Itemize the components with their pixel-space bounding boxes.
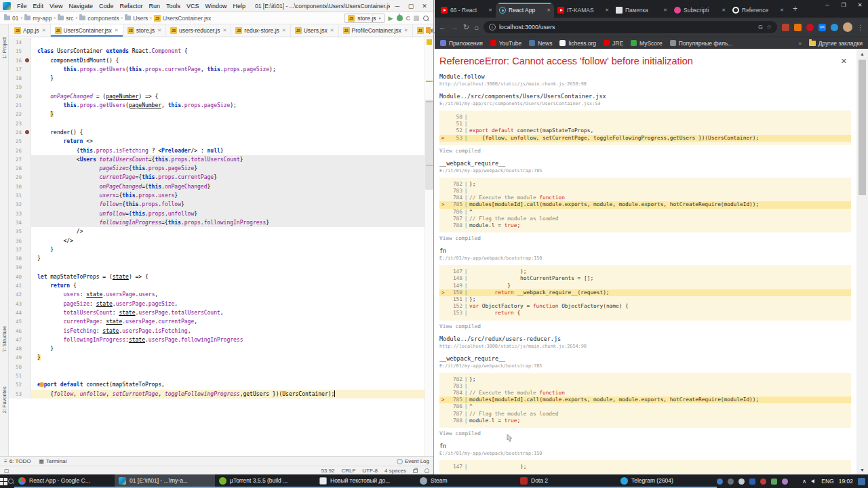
browser-tab-youtube[interactable]: 66 - React✕ xyxy=(437,3,496,18)
extension-icon[interactable] xyxy=(794,24,802,31)
close-tab-icon[interactable]: ✕ xyxy=(605,7,609,13)
back-icon[interactable]: ← xyxy=(439,23,446,31)
editor-tab-redux-store-js[interactable]: JSredux-store.js✕ xyxy=(231,24,290,37)
taskbar-item-chrome[interactable]: React App - Google C... xyxy=(14,474,115,488)
extension-icon[interactable] xyxy=(782,24,789,31)
tray-icon[interactable] xyxy=(728,479,734,485)
close-tab-icon[interactable]: ✕ xyxy=(722,7,726,13)
tray-chevron[interactable]: ∧ xyxy=(802,478,806,485)
bookmark-item[interactable]: YouTube xyxy=(490,40,521,47)
caret-position[interactable]: 53:92 xyxy=(321,468,334,474)
address-bar[interactable]: i localhost:3000/users G ☆ xyxy=(484,21,777,33)
close-tab-icon[interactable]: ✕ xyxy=(282,28,286,33)
menu-view[interactable]: View xyxy=(47,2,65,10)
editor-tab-profilecontainer-jsx[interactable]: JSProfileContainer.jsx✕ xyxy=(339,24,413,37)
run-config-select[interactable]: JS store.js ▾ xyxy=(344,14,384,23)
editor-tab-users-jsx[interactable]: JSUsers.jsx✕ xyxy=(291,24,339,37)
menu-window[interactable]: Window xyxy=(203,2,230,10)
volume-icon[interactable] xyxy=(811,479,814,483)
page-scrollbar[interactable]: ▲ ▼ xyxy=(856,49,868,474)
clock[interactable]: 19:02 xyxy=(839,478,853,485)
override-method-icon[interactable] xyxy=(25,130,29,134)
close-tab-icon[interactable]: ✕ xyxy=(222,28,226,33)
override-method-icon[interactable] xyxy=(25,58,29,62)
browser-tab-github[interactable]: Reference✕ xyxy=(729,3,787,18)
breadcrumb-item[interactable]: 01 xyxy=(4,15,18,22)
breadcrumb-item[interactable]: src xyxy=(58,15,73,22)
editor-scrollbar-thumb[interactable] xyxy=(425,100,433,190)
bookmark-item[interactable]: News xyxy=(529,40,552,47)
menu-code[interactable]: Code xyxy=(96,2,117,10)
start-button[interactable] xyxy=(0,474,7,488)
menu-vcs[interactable]: VCS xyxy=(184,2,202,10)
translate-icon[interactable]: G xyxy=(758,24,763,30)
editor-tab-app-js[interactable]: JSApp.js✕ xyxy=(10,24,51,37)
bookmark-item[interactable]: MyScore xyxy=(631,40,663,47)
taskbar-item-telegram[interactable]: Telegram (2604) xyxy=(616,474,717,488)
bookmark-item[interactable]: lichess.org xyxy=(559,40,596,47)
menu-refactor[interactable]: Refactor xyxy=(117,2,145,10)
extension-icon[interactable] xyxy=(806,24,814,31)
window-layout-icon[interactable]: ▢ xyxy=(4,468,9,474)
taskbar-item-notepad[interactable]: Новый текстовый до... xyxy=(315,474,416,488)
file-encoding[interactable]: UTF-8 xyxy=(362,468,378,474)
forward-icon[interactable]: → xyxy=(451,23,458,31)
browser-tab-youtube[interactable]: IT-KAMAS✕ xyxy=(554,3,612,18)
editor-tab-users-reducer-js[interactable]: JSusers-reducer.js✕ xyxy=(166,24,231,37)
browser-menu-icon[interactable]: ⋮ xyxy=(857,24,864,31)
ide-minimize-icon[interactable]: ─ xyxy=(391,3,403,9)
close-tab-icon[interactable]: ✕ xyxy=(42,28,46,33)
scroll-down-icon[interactable]: ▼ xyxy=(860,465,865,474)
editor-error-stripe[interactable] xyxy=(425,37,433,456)
code-editor[interactable]: 1415class UsersContainer extends React.C… xyxy=(9,37,433,456)
bookmarks-overflow-icon[interactable]: » xyxy=(798,40,802,47)
menu-file[interactable]: File xyxy=(14,2,30,10)
bookmark-star-icon[interactable]: ☆ xyxy=(766,24,772,30)
coverage-icon[interactable]: C xyxy=(406,15,411,22)
taskbar-search-button[interactable] xyxy=(7,474,14,488)
overlay-close-icon[interactable]: ✕ xyxy=(837,56,851,67)
notification-center-icon[interactable] xyxy=(858,478,865,485)
close-tab-icon[interactable]: ✕ xyxy=(157,28,161,33)
address-url[interactable]: localhost:3000/users xyxy=(499,24,755,30)
home-icon[interactable]: ⌂ xyxy=(474,23,479,31)
view-compiled-link[interactable]: View compiled xyxy=(439,430,851,436)
ide-maximize-icon[interactable]: ▢ xyxy=(405,3,417,9)
taskbar-item-steam[interactable]: Steam xyxy=(416,474,516,488)
close-tab-icon[interactable]: ✕ xyxy=(115,28,119,33)
todo-tool-button[interactable]: ≡ 6: TODO xyxy=(4,458,31,464)
editor-tab-store-js[interactable]: JSstore.js✕ xyxy=(123,24,166,37)
menu-run[interactable]: Run xyxy=(146,2,163,10)
event-log-button[interactable]: ◯ Event Log xyxy=(397,458,429,464)
close-tab-icon[interactable]: ✕ xyxy=(330,28,334,33)
menu-tools[interactable]: Tools xyxy=(163,2,183,10)
bookmark-item[interactable]: Приложения xyxy=(440,40,483,47)
scroll-up-icon[interactable]: ▲ xyxy=(860,49,865,58)
bookmark-item[interactable]: JRE xyxy=(604,40,623,47)
breadcrumb-item[interactable]: Users xyxy=(125,15,148,22)
new-tab-button[interactable]: + xyxy=(787,4,803,14)
tool-window-structure[interactable]: 7: Structure xyxy=(1,320,7,352)
tool-window-favorites[interactable]: 2: Favorites xyxy=(1,381,7,413)
browser-minimize-icon[interactable]: ─ xyxy=(819,0,835,9)
browser-tab-react[interactable]: React App✕ xyxy=(496,3,554,18)
menu-navigate[interactable]: Navigate xyxy=(66,2,96,10)
scrollbar-thumb[interactable] xyxy=(859,60,866,195)
close-tab-icon[interactable]: ✕ xyxy=(488,7,492,13)
breadcrumb-item[interactable]: JSUsersContainer.jsx xyxy=(154,15,211,22)
terminal-tool-button[interactable]: ▦ Terminal xyxy=(39,458,66,464)
browser-tab-doc[interactable]: Памятка✕ xyxy=(612,3,671,18)
close-tab-icon[interactable]: ✕ xyxy=(404,28,408,33)
tray-icon[interactable] xyxy=(760,479,766,485)
site-info-icon[interactable]: i xyxy=(489,24,496,30)
close-tab-icon[interactable]: ✕ xyxy=(663,7,667,13)
tray-icon-steam[interactable] xyxy=(738,479,745,485)
extension-icon[interactable] xyxy=(831,24,838,31)
tool-window-project[interactable]: 1: Project xyxy=(1,35,7,59)
vk-extension-icon[interactable]: VK xyxy=(818,24,826,31)
close-tab-icon[interactable]: ✕ xyxy=(780,7,784,13)
close-tab-icon[interactable]: ✕ xyxy=(547,7,551,13)
menu-help[interactable]: Help xyxy=(231,2,249,10)
reload-icon[interactable]: ↻ xyxy=(463,23,469,32)
debug-icon[interactable] xyxy=(397,15,403,21)
